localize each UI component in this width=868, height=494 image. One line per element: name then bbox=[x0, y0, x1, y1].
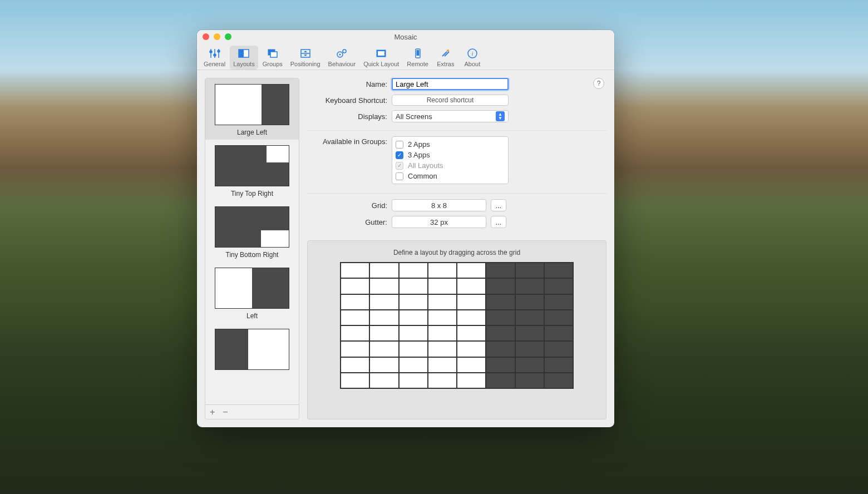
grid-cell[interactable] bbox=[369, 373, 398, 388]
grid-cell[interactable] bbox=[341, 373, 369, 388]
layout-item[interactable]: Large Left bbox=[205, 78, 299, 140]
grid-cell[interactable] bbox=[457, 357, 486, 373]
grid-cell[interactable] bbox=[515, 294, 544, 310]
grid-field[interactable]: 8 x 8 bbox=[392, 199, 486, 211]
grid-cell[interactable] bbox=[399, 341, 428, 357]
grid-cell[interactable] bbox=[544, 325, 573, 341]
titlebar[interactable]: Mosaic bbox=[197, 30, 614, 43]
grid-cell[interactable] bbox=[341, 263, 369, 278]
grid-cell[interactable] bbox=[486, 341, 515, 357]
grid-cell[interactable] bbox=[428, 341, 457, 357]
grid-cell[interactable] bbox=[341, 357, 369, 373]
close-button[interactable] bbox=[203, 33, 209, 40]
grid-cell[interactable] bbox=[457, 325, 486, 341]
grid-cell[interactable] bbox=[515, 341, 544, 357]
toolbar-tab-quick-layout[interactable]: Quick Layout bbox=[360, 46, 402, 70]
displays-select[interactable]: All Screens ▲▼ bbox=[392, 110, 509, 122]
toolbar-tab-about[interactable]: iAbout bbox=[460, 46, 485, 70]
grid-cell[interactable] bbox=[486, 357, 515, 373]
toolbar-tab-positioning[interactable]: Positioning bbox=[287, 46, 324, 70]
grid-cell[interactable] bbox=[341, 341, 369, 357]
record-shortcut-button[interactable]: Record shortcut bbox=[392, 95, 509, 106]
grid-cell[interactable] bbox=[399, 357, 428, 373]
grid-cell[interactable] bbox=[544, 373, 573, 388]
grid-cell[interactable] bbox=[369, 294, 398, 310]
grid-cell[interactable] bbox=[369, 357, 398, 373]
layout-item[interactable]: Tiny Bottom Right bbox=[205, 201, 299, 262]
add-layout-button[interactable]: + bbox=[210, 407, 215, 417]
grid-cell[interactable] bbox=[515, 373, 544, 388]
checkbox[interactable] bbox=[396, 172, 403, 180]
grid-cell[interactable] bbox=[428, 373, 457, 388]
grid-cell[interactable] bbox=[486, 373, 515, 388]
layout-item[interactable]: Left bbox=[205, 262, 299, 323]
grid-cell[interactable] bbox=[515, 357, 544, 373]
grid-cell[interactable] bbox=[486, 278, 515, 294]
grid-cell[interactable] bbox=[341, 278, 369, 294]
layout-item[interactable] bbox=[205, 323, 299, 377]
group-row[interactable]: 3 Apps bbox=[396, 150, 505, 160]
grid-cell[interactable] bbox=[544, 341, 573, 357]
grid-cell[interactable] bbox=[544, 357, 573, 373]
grid-cell[interactable] bbox=[457, 278, 486, 294]
grid-cell[interactable] bbox=[486, 263, 515, 278]
group-row[interactable]: Common bbox=[396, 171, 505, 181]
checkbox[interactable] bbox=[396, 141, 403, 149]
remove-layout-button[interactable]: − bbox=[223, 407, 228, 417]
layout-item[interactable]: Tiny Top Right bbox=[205, 140, 299, 201]
grid-cell[interactable] bbox=[399, 373, 428, 388]
toolbar-tab-groups[interactable]: Groups bbox=[259, 46, 286, 70]
toolbar-tab-general[interactable]: General bbox=[200, 46, 229, 70]
grid-cell[interactable] bbox=[428, 294, 457, 310]
toolbar-tab-behaviour[interactable]: Behaviour bbox=[325, 46, 359, 70]
grid-cell[interactable] bbox=[544, 294, 573, 310]
grid-cell[interactable] bbox=[486, 294, 515, 310]
gutter-field[interactable]: 32 px bbox=[392, 216, 486, 228]
grid-cell[interactable] bbox=[399, 294, 428, 310]
grid-canvas[interactable] bbox=[340, 262, 574, 389]
grid-cell[interactable] bbox=[544, 278, 573, 294]
grid-cell[interactable] bbox=[486, 325, 515, 341]
grid-cell[interactable] bbox=[399, 263, 428, 278]
grid-cell[interactable] bbox=[428, 357, 457, 373]
help-button[interactable]: ? bbox=[593, 78, 604, 89]
zoom-button[interactable] bbox=[225, 33, 231, 40]
group-row[interactable]: 2 Apps bbox=[396, 139, 505, 150]
grid-cell[interactable] bbox=[369, 310, 398, 325]
toolbar-tab-remote[interactable]: Remote bbox=[403, 46, 432, 70]
grid-cell[interactable] bbox=[457, 294, 486, 310]
grid-cell[interactable] bbox=[544, 263, 573, 278]
grid-cell[interactable] bbox=[399, 310, 428, 325]
grid-cell[interactable] bbox=[428, 310, 457, 325]
toolbar-tab-layouts[interactable]: Layouts bbox=[230, 46, 258, 70]
grid-cell[interactable] bbox=[399, 278, 428, 294]
grid-cell[interactable] bbox=[428, 325, 457, 341]
layout-list[interactable]: Large LeftTiny Top RightTiny Bottom Righ… bbox=[205, 78, 299, 404]
grid-cell[interactable] bbox=[515, 263, 544, 278]
grid-cell[interactable] bbox=[544, 310, 573, 325]
grid-cell[interactable] bbox=[457, 373, 486, 388]
grid-cell[interactable] bbox=[341, 294, 369, 310]
grid-cell[interactable] bbox=[399, 325, 428, 341]
grid-cell[interactable] bbox=[341, 310, 369, 325]
grid-cell[interactable] bbox=[486, 310, 515, 325]
minimize-button[interactable] bbox=[214, 33, 220, 40]
name-field[interactable] bbox=[392, 78, 509, 90]
grid-cell[interactable] bbox=[457, 263, 486, 278]
grid-cell[interactable] bbox=[515, 325, 544, 341]
grid-cell[interactable] bbox=[369, 341, 398, 357]
grid-cell[interactable] bbox=[341, 325, 369, 341]
grid-cell[interactable] bbox=[428, 278, 457, 294]
grid-cell[interactable] bbox=[515, 310, 544, 325]
gutter-options-button[interactable]: ... bbox=[491, 216, 506, 228]
grid-cell[interactable] bbox=[428, 263, 457, 278]
checkbox[interactable] bbox=[396, 151, 403, 159]
grid-cell[interactable] bbox=[457, 341, 486, 357]
grid-cell[interactable] bbox=[369, 263, 398, 278]
grid-cell[interactable] bbox=[369, 325, 398, 341]
grid-cell[interactable] bbox=[369, 278, 398, 294]
grid-options-button[interactable]: ... bbox=[491, 199, 506, 211]
grid-cell[interactable] bbox=[457, 310, 486, 325]
toolbar-tab-extras[interactable]: Extras bbox=[433, 46, 458, 70]
grid-cell[interactable] bbox=[515, 278, 544, 294]
